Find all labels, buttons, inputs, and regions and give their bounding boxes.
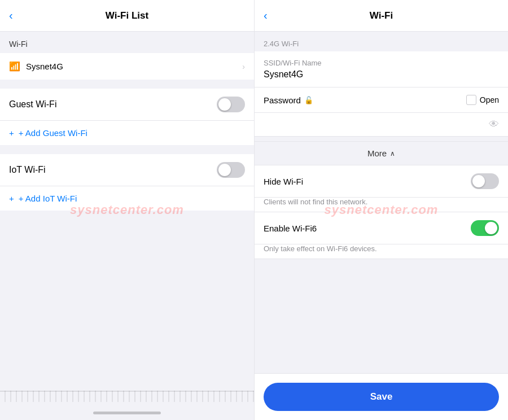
add-guest-icon: + [9,128,14,138]
hide-wifi-row: Hide Wi-Fi [255,165,508,198]
open-checkbox[interactable]: Open [466,95,499,105]
iot-wifi-header: IoT Wi-Fi [0,154,254,186]
eye-icon[interactable]: 👁 [489,119,499,130]
left-home-indicator [93,412,161,414]
password-input-row: 👁 [255,113,508,137]
left-back-button[interactable]: ‹ [9,9,13,22]
left-header: ‹ Wi-Fi List [0,0,254,32]
open-check-box[interactable] [466,95,476,105]
add-iot-label: + Add IoT Wi-Fi [19,194,77,203]
wifi-section-label: Wi-Fi [0,32,254,53]
hide-wifi-label: Hide Wi-Fi [264,177,471,186]
left-header-title: Wi-Fi List [106,10,148,21]
wifi-network-card: 📶 Sysnet4G › [0,53,254,80]
hide-wifi-knob [472,175,485,187]
hide-wifi-hint: Clients will not find this network. [255,198,508,212]
password-label: Password 🔓 [264,95,466,105]
chevron-right-icon: › [242,62,245,71]
guest-wifi-header: Guest Wi-Fi [0,89,254,121]
network-name: Sysnet4G [26,62,242,71]
torn-edge-left [0,391,254,402]
guest-wifi-toggle[interactable] [217,97,245,112]
enable-wifi6-row: Enable Wi-Fi6 [255,212,508,244]
wifi-signal-icon: 📶 [9,61,20,72]
lock-icon: 🔓 [304,96,313,104]
add-iot-wifi-row[interactable]: + + Add IoT Wi-Fi [0,186,254,211]
ssid-group: SSID/Wi-Fi Name Sysnet4G [255,51,508,88]
wifi-network-row[interactable]: 📶 Sysnet4G › [0,53,254,80]
enable-wifi6-knob [485,222,497,234]
wifi-list-panel: ‹ Wi-Fi List Wi-Fi 📶 Sysnet4G › Guest Wi… [0,0,254,420]
wifi-detail-content: 2.4G Wi-Fi SSID/Wi-Fi Name Sysnet4G Pass… [255,32,508,373]
iot-wifi-toggle-knob [218,164,231,176]
add-guest-label: + Add Guest Wi-Fi [19,128,87,138]
enable-wifi6-hint: Only take effect on Wi-Fi6 devices. [255,244,508,259]
guest-wifi-label: Guest Wi-Fi [9,99,56,110]
open-label: Open [480,95,499,104]
right-header-title: Wi-Fi [370,10,393,21]
iot-wifi-toggle[interactable] [217,162,245,178]
enable-wifi6-toggle[interactable] [471,220,499,236]
right-header: ‹ Wi-Fi [255,0,508,32]
expanded-options: Hide Wi-Fi Clients will not find this ne… [255,165,508,259]
caret-up-icon: ∧ [390,150,395,158]
more-label: More [367,148,387,158]
add-iot-icon: + [9,194,14,203]
24g-section-label: 2.4G Wi-Fi [255,32,508,51]
hide-wifi-toggle[interactable] [471,173,499,189]
ssid-row[interactable]: SSID/Wi-Fi Name Sysnet4G [255,51,508,88]
save-button[interactable]: Save [264,383,499,411]
ssid-label: SSID/Wi-Fi Name [264,59,499,67]
guest-wifi-section: Guest Wi-Fi + + Add Guest Wi-Fi [0,89,254,145]
add-guest-wifi-row[interactable]: + + Add Guest Wi-Fi [0,121,254,145]
password-row[interactable]: Password 🔓 Open [255,88,508,113]
enable-wifi6-label: Enable Wi-Fi6 [264,224,471,233]
right-back-button[interactable]: ‹ [264,9,268,22]
wifi-detail-panel: ‹ Wi-Fi 2.4G Wi-Fi SSID/Wi-Fi Name Sysne… [254,0,508,420]
more-button-row[interactable]: More ∧ [255,141,508,165]
ssid-value: Sysnet4G [264,69,499,80]
iot-wifi-label: IoT Wi-Fi [9,165,46,175]
save-area: Save [255,373,508,420]
iot-wifi-section: IoT Wi-Fi + + Add IoT Wi-Fi [0,154,254,211]
guest-wifi-toggle-knob [218,98,231,111]
